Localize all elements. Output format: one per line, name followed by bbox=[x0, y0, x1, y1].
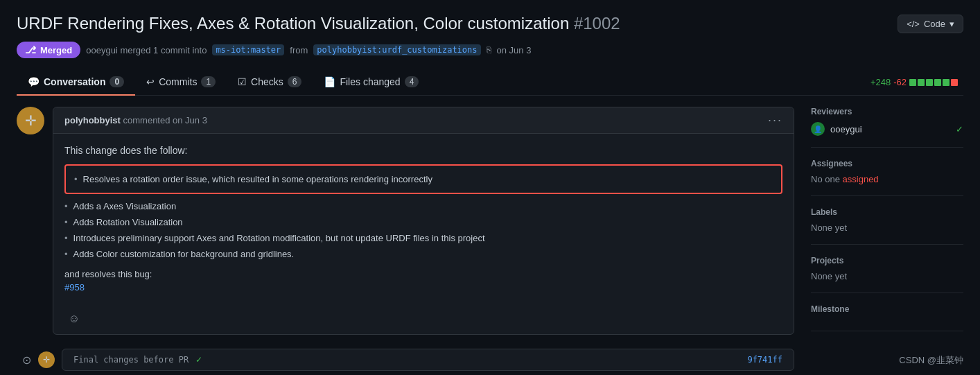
and-resolves-text: and resolves this bug: bbox=[64, 269, 152, 279]
sidebar-projects-value: None yet bbox=[811, 271, 963, 281]
comment-menu-button[interactable]: ··· bbox=[768, 113, 782, 128]
comment-footer: ☺ bbox=[53, 304, 794, 334]
and-resolves: and resolves this bug: #958 bbox=[64, 269, 782, 293]
right-sidebar: Reviewers 👤 ooeygui ✓ Assignees No one a… bbox=[811, 107, 963, 371]
comment-action: commented on Jun 3 bbox=[123, 115, 207, 125]
diff-bar-2 bbox=[918, 79, 925, 86]
tab-checks-label: Checks bbox=[251, 76, 283, 87]
emoji-reaction-button[interactable]: ☺ bbox=[64, 309, 84, 329]
pr-title: URDF Rendering Fixes, Axes & Rotation Vi… bbox=[17, 14, 620, 33]
pr-title-text: URDF Rendering Fixes, Axes & Rotation Vi… bbox=[17, 14, 569, 33]
list-item-text: Introduces preliminary support Axes and … bbox=[73, 233, 485, 243]
commit-author-avatar: ✛ bbox=[38, 351, 55, 368]
date-text: on Jun 3 bbox=[497, 45, 532, 55]
author-avatar: ✛ bbox=[17, 107, 44, 134]
commit-row: Final changes before PR ✓ 9f741ff bbox=[62, 349, 794, 371]
copy-icon[interactable]: ⎘ bbox=[487, 45, 491, 55]
highlighted-item: Resolves a rotation order issue, which r… bbox=[64, 164, 782, 194]
reviewer-avatar: 👤 bbox=[811, 122, 825, 136]
sidebar-milestone-label: Milestone bbox=[811, 304, 963, 314]
diff-bar-3 bbox=[926, 79, 933, 86]
tab-checks[interactable]: ☑ Checks 6 bbox=[227, 69, 313, 96]
diff-additions: +248 bbox=[870, 77, 891, 87]
tab-files-changed-label: Files changed bbox=[340, 76, 400, 87]
tab-commits-label: Commits bbox=[159, 76, 197, 87]
pr-title-row: URDF Rendering Fixes, Axes & Rotation Vi… bbox=[17, 14, 963, 33]
meta-text: ooeygui merged 1 commit into bbox=[86, 45, 207, 55]
diff-bars bbox=[909, 79, 958, 86]
comment-header: polyhobbyist commented on Jun 3 ··· bbox=[53, 107, 794, 134]
list-item: Introduces preliminary support Axes and … bbox=[64, 230, 782, 246]
sidebar-reviewers-section: Reviewers 👤 ooeygui ✓ bbox=[811, 107, 963, 148]
sidebar-labels-value: None yet bbox=[811, 223, 963, 233]
chevron-down-icon: ▾ bbox=[950, 19, 954, 29]
commit-row-wrapper: ⊙ ✛ Final changes before PR ✓ 9f741ff bbox=[17, 349, 794, 371]
watermark: CSDN @韭菜钟 bbox=[899, 354, 963, 367]
from-text: from bbox=[290, 45, 308, 55]
diff-bar-6 bbox=[951, 79, 958, 86]
diff-stats: +248 -62 bbox=[870, 77, 963, 87]
commit-message: Final changes before PR bbox=[73, 355, 189, 365]
pr-number: #1002 bbox=[574, 14, 620, 33]
conversation-icon: 💬 bbox=[28, 76, 40, 87]
tab-conversation-badge: 0 bbox=[110, 76, 124, 87]
tab-commits[interactable]: ↩ Commits 1 bbox=[135, 69, 227, 96]
tab-files-changed-badge: 4 bbox=[405, 76, 419, 87]
list-item-text: Adds Color customization for background … bbox=[73, 249, 295, 259]
assignees-value: No one assigned bbox=[811, 174, 963, 184]
tab-checks-badge: 6 bbox=[288, 76, 302, 87]
sidebar-projects-label: Projects bbox=[811, 256, 963, 265]
highlighted-item-text: Resolves a rotation order issue, which r… bbox=[83, 174, 432, 184]
sidebar-milestone-section: Milestone bbox=[811, 293, 963, 331]
comment-card: polyhobbyist commented on Jun 3 ··· This… bbox=[53, 107, 794, 335]
bug-link[interactable]: #958 bbox=[64, 282, 782, 293]
checks-icon: ☑ bbox=[238, 76, 247, 87]
reviewer-approved-icon: ✓ bbox=[956, 124, 963, 134]
tab-files-changed[interactable]: 📄 Files changed 4 bbox=[313, 69, 430, 96]
tab-conversation-label: Conversation bbox=[44, 76, 105, 87]
tab-commits-badge: 1 bbox=[201, 76, 216, 87]
commits-icon: ↩ bbox=[146, 76, 155, 87]
tabs-bar: 💬 Conversation 0 ↩ Commits 1 ☑ Checks 6 … bbox=[17, 69, 963, 96]
list-item-text: Adds a Axes Visualization bbox=[73, 201, 177, 211]
files-icon: 📄 bbox=[324, 76, 335, 87]
base-branch-link[interactable]: ms-iot:master bbox=[212, 44, 284, 55]
merged-badge: Merged bbox=[17, 42, 80, 58]
code-icon: </> bbox=[907, 19, 920, 29]
comment-intro: This change does the follow: bbox=[64, 145, 782, 156]
head-branch-link[interactable]: polyhobbyist:urdf_customizations bbox=[313, 44, 480, 55]
sidebar-reviewers-label: Reviewers bbox=[811, 107, 963, 116]
commit-hash[interactable]: 9f741ff bbox=[747, 355, 782, 365]
sidebar-reviewer: 👤 ooeygui ✓ bbox=[811, 122, 963, 136]
main-layout: ✛ polyhobbyist commented on Jun 3 ··· Th… bbox=[17, 107, 963, 371]
list-item: Adds Color customization for background … bbox=[64, 246, 782, 262]
diff-bar-5 bbox=[943, 79, 950, 86]
diff-bar-1 bbox=[909, 79, 916, 86]
list-item: Adds a Axes Visualization bbox=[64, 198, 782, 214]
list-item-text: Adds Rotation Visualization bbox=[73, 217, 183, 227]
comment-body: This change does the follow: Resolves a … bbox=[53, 134, 794, 304]
comment-author-name[interactable]: polyhobbyist bbox=[64, 115, 121, 125]
comment-with-avatar: ✛ polyhobbyist commented on Jun 3 ··· Th… bbox=[17, 107, 794, 343]
sidebar-labels-section: Labels None yet bbox=[811, 196, 963, 245]
reviewer-name[interactable]: ooeygui bbox=[830, 124, 862, 134]
commit-icon: ⊙ bbox=[17, 354, 31, 367]
commit-check-icon: ✓ bbox=[195, 355, 202, 365]
code-button-label: Code bbox=[924, 19, 945, 29]
diff-bar-4 bbox=[934, 79, 941, 86]
list-item: Adds Rotation Visualization bbox=[64, 214, 782, 230]
sidebar-projects-section: Projects None yet bbox=[811, 245, 963, 293]
diff-deletions: -62 bbox=[893, 77, 907, 87]
sidebar-labels-label: Labels bbox=[811, 207, 963, 217]
bullet-list: Adds a Axes Visualization Adds Rotation … bbox=[64, 198, 782, 262]
tab-conversation[interactable]: 💬 Conversation 0 bbox=[17, 69, 135, 96]
left-column: ✛ polyhobbyist commented on Jun 3 ··· Th… bbox=[17, 107, 794, 371]
code-button[interactable]: </> Code ▾ bbox=[898, 15, 963, 33]
comment-author: polyhobbyist commented on Jun 3 bbox=[64, 115, 207, 125]
pr-meta-row: Merged ooeygui merged 1 commit into ms-i… bbox=[17, 42, 963, 58]
sidebar-assignees-section: Assignees No one assigned bbox=[811, 148, 963, 196]
sidebar-assignees-label: Assignees bbox=[811, 159, 963, 168]
